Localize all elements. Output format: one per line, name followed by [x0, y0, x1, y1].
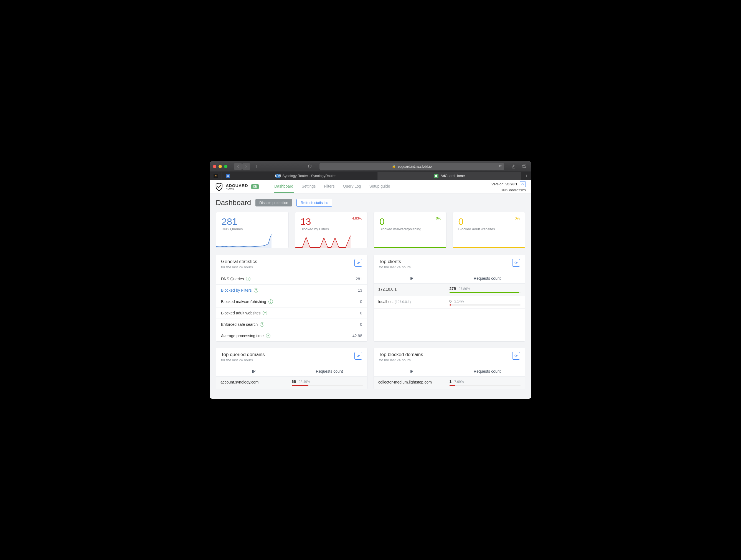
stat-row-dns-queries: DNS Queries? 281 [216, 273, 367, 285]
domain: account.synology.com [220, 380, 259, 384]
stat-row-malware: Blocked malware/phishing? 0 [216, 296, 367, 307]
favicon-icon: æ [226, 174, 230, 178]
refresh-statistics-button[interactable]: Refresh statistics [296, 199, 332, 207]
sparkline-icon [295, 234, 350, 248]
col-ip: IP [374, 273, 450, 283]
share-button[interactable] [510, 163, 518, 170]
tabs-overview-button[interactable] [520, 163, 528, 170]
help-icon[interactable]: ? [246, 277, 251, 281]
shield-icon [215, 183, 223, 191]
help-icon[interactable]: ? [260, 322, 264, 327]
close-window-button[interactable] [213, 165, 216, 168]
nav-settings[interactable]: Settings [301, 180, 317, 193]
sidebar-toggle-button[interactable] [253, 163, 261, 170]
progress-bar [450, 385, 521, 386]
card-value: 281 [216, 212, 288, 227]
page-title: Dashboard [216, 198, 251, 207]
col-count: Requests count [450, 366, 525, 376]
nav-setup[interactable]: Setup guide [369, 180, 391, 193]
help-icon[interactable]: ? [268, 299, 273, 304]
card-dns-queries[interactable]: 281 DNS Queries [216, 212, 289, 248]
main-nav: Dashboard Settings Filters Query Log Set… [274, 180, 391, 193]
query-percent: 23.49% [299, 380, 310, 384]
stat-key[interactable]: Blocked by Filters [221, 288, 252, 293]
panels-row-1: General statistics for the last 24 hours… [216, 255, 525, 341]
card-blocked-adult[interactable]: 0 Blocked adult websites 0% [453, 212, 526, 248]
table-row[interactable]: account.synology.com 6623.49% [216, 377, 367, 389]
nav-dashboard[interactable]: Dashboard [274, 180, 294, 193]
svg-rect-3 [522, 166, 525, 168]
tab-1[interactable]: ✶ [210, 172, 222, 180]
panels-row-2: Top queried domains for the last 24 hour… [216, 348, 525, 389]
table-row[interactable]: 172.18.0.1 27597.86% [374, 284, 525, 296]
card-blocked-filters[interactable]: 13 Blocked by Filters 4.63% [295, 212, 368, 248]
version-label: Version: v0.98.1 [491, 182, 518, 186]
panel-title: Top clients [379, 259, 411, 264]
back-button[interactable] [234, 163, 242, 170]
tab-synology[interactable]: SRM Synology Router - SynologyRouter [234, 172, 378, 180]
stat-row-avg-time: Average processing time? 42.98 [216, 330, 367, 341]
stat-row-blocked-filters: Blocked by Filters? 13 [216, 285, 367, 296]
client-percent: 97.86% [459, 287, 470, 291]
stat-key: Average processing time [221, 333, 264, 338]
app-header: ADGUARD HOME ON Dashboard Settings Filte… [210, 180, 531, 193]
stat-value: 0 [360, 322, 362, 327]
help-icon[interactable]: ? [266, 333, 270, 338]
client-ip-sub: (127.0.0.1) [395, 300, 411, 304]
page-title-row: Dashboard Disable protection Refresh sta… [216, 198, 525, 207]
card-percent: 0% [436, 216, 441, 220]
zoom-window-button[interactable] [224, 165, 227, 168]
panel-general-stats: General statistics for the last 24 hours… [216, 255, 367, 341]
nav-filters[interactable]: Filters [323, 180, 335, 193]
top-queried-body: account.synology.com 6623.49% [216, 377, 367, 389]
tab-2[interactable]: æ [222, 172, 234, 180]
client-count: 275 [450, 287, 456, 291]
stat-value: 42.98 [352, 333, 362, 338]
new-tab-button[interactable]: + [521, 172, 531, 180]
card-label: Blocked by Filters [295, 227, 367, 231]
help-icon[interactable]: ? [263, 311, 267, 315]
app-logo[interactable]: ADGUARD HOME ON [215, 183, 259, 191]
favicon-icon [434, 174, 439, 178]
nav-querylog[interactable]: Query Log [342, 180, 361, 193]
panel-refresh-button[interactable]: ⟳ [512, 259, 520, 267]
tab-label: Synology Router - SynologyRouter [282, 174, 336, 178]
panel-refresh-button[interactable]: ⟳ [512, 352, 520, 360]
col-ip: IP [374, 366, 450, 376]
stat-key: Blocked adult websites [221, 311, 260, 315]
top-blocked-body: collector-medium.lightstep.com 17.69% [374, 377, 525, 389]
col-count: Requests count [450, 273, 525, 283]
panel-title: Top queried domains [221, 352, 265, 358]
stat-cards: 281 DNS Queries 13 Blocked by Filters 4.… [216, 212, 525, 248]
privacy-report-button[interactable] [306, 163, 314, 170]
domain: collector-medium.lightstep.com [378, 380, 432, 384]
browser-tabbar: ✶ æ SRM Synology Router - SynologyRouter… [210, 172, 531, 180]
forward-button[interactable] [243, 163, 250, 170]
check-update-button[interactable]: ⟳ [520, 181, 526, 187]
sparkline-icon [216, 234, 271, 248]
block-percent: 7.69% [454, 380, 464, 384]
panel-top-clients: Top clients for the last 24 hours ⟳ IP R… [374, 255, 525, 341]
minimize-window-button[interactable] [218, 165, 222, 168]
panel-refresh-button[interactable]: ⟳ [354, 352, 362, 360]
general-stats-list: DNS Queries? 281 Blocked by Filters? 13 … [216, 273, 367, 341]
card-blocked-malware[interactable]: 0 Blocked malware/phishing 0% [374, 212, 447, 248]
client-count: 6 [450, 299, 452, 303]
table-row[interactable]: collector-medium.lightstep.com 17.69% [374, 377, 525, 389]
disable-protection-button[interactable]: Disable protection [255, 199, 292, 206]
card-percent: 0% [515, 216, 520, 220]
reload-button[interactable]: ⟳ [499, 164, 502, 168]
nav-back-forward [234, 163, 250, 170]
titlebar-right [510, 163, 528, 170]
table-row[interactable]: localhost (127.0.0.1) 62.14% [374, 296, 525, 309]
help-icon[interactable]: ? [254, 288, 258, 293]
status-badge: ON [251, 184, 259, 189]
stat-key: DNS Queries [221, 277, 244, 281]
panel-refresh-button[interactable]: ⟳ [354, 259, 362, 267]
panel-top-blocked: Top blocked domains for the last 24 hour… [374, 348, 525, 389]
dns-addresses-link[interactable]: DNS addresses [500, 188, 526, 192]
panel-title: General statistics [221, 259, 257, 264]
favicon-icon: SRM [276, 174, 280, 178]
address-bar[interactable]: 🔒 adguard.int.nas.bdd.io ⟳ [320, 163, 504, 170]
tab-adguard[interactable]: AdGuard Home [378, 172, 521, 180]
